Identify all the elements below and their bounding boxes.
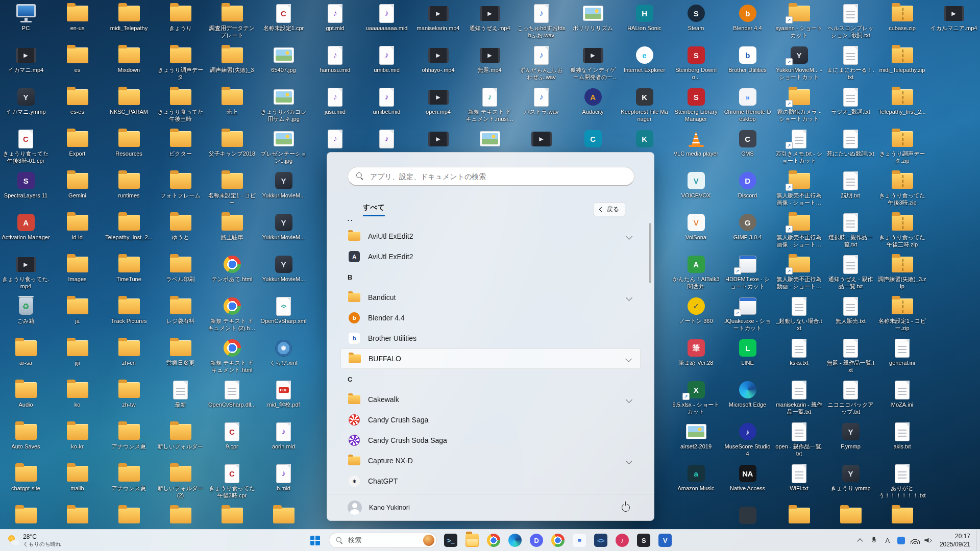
desktop-icon[interactable]: 死にたいぬ歌詞.txt [826,128,875,158]
desktop-icon[interactable]: ニコニコバックアップ.txt [826,379,875,416]
desktop-icon[interactable]: X↗9.5.xlsx - ショートカット [671,379,721,416]
desktop-icon[interactable]: ありがとう！！！！！！.txt [877,462,927,499]
desktop-icon[interactable]: es [53,44,102,74]
taskbar-search-box[interactable]: 検索 [329,533,437,548]
desktop-icon[interactable]: SSteam [671,2,721,32]
desktop-icon[interactable]: GGIMP 3.0.4 [723,211,772,241]
desktop-icon[interactable]: ohhayo-.mp4 [413,44,463,74]
desktop-icon[interactable]: ↗YukkuriMovieM... - ショートカット [774,44,824,81]
desktop-icon[interactable]: VVoiSona [671,211,721,241]
desktop-icon[interactable]: ずんだもん_しおわぜふ.wav [517,44,566,81]
desktop-icon[interactable]: SSteinberg Library Manager [671,86,721,123]
chevron-down-icon[interactable] [626,396,632,403]
ime-mode-button[interactable]: A [881,532,894,549]
taskbar-app-file-explorer[interactable] [462,531,482,550]
desktop-icon[interactable]: AAudacity [568,86,618,116]
tray-app-button[interactable] [895,532,908,549]
desktop-icon[interactable]: malib [53,462,102,492]
desktop-icon[interactable]: bBlender 4.4 [723,2,772,32]
desktop-icon[interactable]: きょうり食ってた午後3時.cpr [207,462,257,499]
desktop-icon[interactable]: こっちゅhdすおfdsbふお.wav [517,2,566,39]
filter-tab-all[interactable]: すべて [363,203,385,216]
desktop-icon[interactable]: chatgpt-site [1,462,51,492]
desktop-icon[interactable]: 調声練習(失敗)_3.zip [877,253,927,290]
desktop-icon[interactable] [774,504,824,527]
desktop-icon[interactable]: _起動しない場合.txt [774,295,824,332]
desktop-icon[interactable]: 無人販売.txt [826,295,875,325]
desktop-icon[interactable]: jiji [53,337,102,367]
desktop-icon[interactable]: イカルマニア.mp4 [929,2,978,32]
desktop-icon[interactable]: general.ini [877,337,927,367]
desktop-icon[interactable]: きょうり食ってた午後3時.zip [877,169,927,207]
desktop-icon[interactable]: Resources [104,128,154,158]
desktop-icon[interactable]: まにまにわーる！.txt [826,44,875,81]
taskbar-app-chrome-browser-2[interactable] [548,531,568,550]
desktop-icon[interactable]: midi_Telepathy.zip [877,44,927,74]
desktop-icon[interactable]: 父子キャンプ2018 [207,128,257,158]
back-button[interactable]: 戻る [594,203,625,216]
taskbar-app-terminal-app[interactable]: >_ [441,531,460,550]
desktop-icon[interactable]: ラベル印刷 [156,253,205,283]
desktop-icon[interactable]: 路上駐車 [207,211,257,241]
show-desktop-button[interactable] [976,530,979,551]
desktop-icon[interactable]: midi_Telepathy [104,2,154,32]
taskbar-clock[interactable]: 20:17 2025/09/21 [936,532,975,548]
desktop-icon[interactable]: 無題 - 親作品一覧.txt [826,337,875,374]
desktop-icon[interactable]: SSteinberg Downlo... [671,44,721,81]
scrollbar-thumb[interactable] [649,223,651,283]
desktop-icon[interactable]: YukkuriMovieM... [259,253,308,283]
desktop-icon[interactable]: Auto Saves [1,420,51,450]
desktop-icon[interactable]: YukkuriMovieM... [259,211,308,241]
desktop-icon[interactable]: 最新 [156,379,205,409]
desktop-icon[interactable]: ヘルスコンプレッション_歌詞.txt [826,2,875,39]
desktop-icon[interactable]: manisekarin - 親作品一覧.txt [774,379,824,416]
desktop-icon[interactable]: 新しいフォルダー (2) [156,462,205,499]
desktop-icon[interactable]: 名称未設定1 - コピー [207,169,257,207]
desktop-icon[interactable]: プレゼンテーション1.jpg [259,128,308,165]
desktop-icon[interactable]: aAmazon Music [671,462,721,492]
desktop-icon[interactable]: アナウンス夏 [104,462,154,492]
desktop-icon[interactable]: ビクター [156,128,205,158]
desktop-icon[interactable]: F.ymmp [826,420,875,450]
taskbar-app-code-editor[interactable]: <> [591,531,610,550]
desktop-icon[interactable]: Audio [1,379,51,409]
desktop-icon[interactable]: umibe.mid [362,44,411,74]
desktop-icon[interactable]: OpenCvSharp.dll... [207,379,257,409]
desktop-icon[interactable]: VLC media player [671,128,721,158]
search-box[interactable] [348,167,634,186]
desktop-icon[interactable]: 新規 テキスト ドキュメント.html [207,337,257,374]
desktop-icon[interactable] [413,128,463,150]
chevron-down-icon[interactable] [626,233,632,240]
desktop-icon[interactable]: きょうり [156,2,205,32]
search-result-item[interactable]: AAviUtl ExEdit2 [340,246,641,267]
desktop-icon[interactable]: ↗無人販売不正行為動画 - ショートカット [774,253,824,290]
taskbar-app-discord[interactable]: D [527,531,546,550]
network-button[interactable] [909,532,922,549]
desktop-icon[interactable]: ♪MuseScore Studio 4 [723,420,772,458]
desktop-icon[interactable]: LLINE [723,337,772,367]
desktop-icon[interactable]: ↗HDDFMT.exe - ショートカット [723,253,772,290]
desktop-icon[interactable]: Mixdown [104,44,154,74]
search-result-item[interactable]: Capture NX-D [340,450,641,471]
desktop-icon[interactable]: レジ袋有料 [156,295,205,325]
desktop-icon[interactable]: ko-kr [53,420,102,450]
desktop-icon[interactable]: きょうり食ってた午後三時.zip [877,211,927,248]
desktop-icon[interactable]: 筆筆まめ Ver.28 [671,337,721,367]
desktop-icon[interactable]: MoZA.ini [877,379,927,409]
desktop-icon[interactable]: SSpectraLayers 11 [1,169,51,199]
desktop-icon[interactable]: bBrother Utilities [723,44,772,74]
desktop-icon[interactable]: manisekarin.mp4 [413,2,463,32]
desktop-icon[interactable]: 調査用データテンプレート [207,2,257,39]
desktop-icon[interactable]: 通知うぜえ.mp4 [465,2,514,32]
desktop-icon[interactable]: aorin.mid [259,420,308,450]
desktop-icon[interactable]: 新規 テキスト ドキュメント (2).html [207,295,257,332]
desktop-icon[interactable]: Aかんたん！AITalk3 関西弁 [671,253,721,290]
desktop-icon[interactable]: akis.txt [877,420,927,450]
desktop-icon[interactable] [517,128,566,150]
desktop-icon[interactable]: 65407.jpg [259,44,308,74]
desktop-icon[interactable]: gpt.mid [310,2,360,32]
desktop-icon[interactable] [259,504,308,527]
desktop-icon[interactable]: ↗家の防犯カメラ - ショートカット [774,86,824,123]
desktop-icon[interactable]: きょうり調声データ [156,44,205,81]
search-input[interactable] [369,172,626,181]
